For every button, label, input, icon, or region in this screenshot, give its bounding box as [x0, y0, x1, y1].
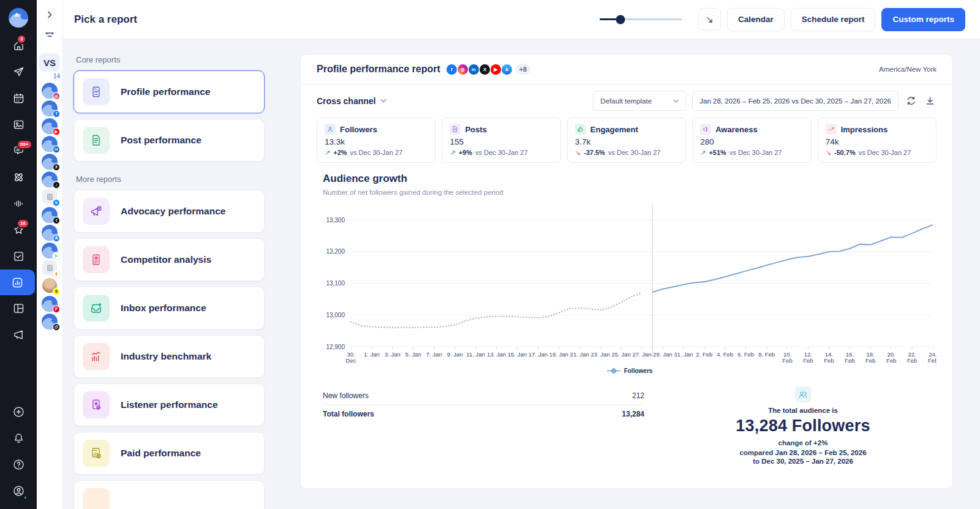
kpi-change: -37.5% [584, 149, 605, 156]
reviews-badge: 16 [17, 219, 29, 228]
download-button[interactable] [924, 94, 937, 107]
schedule-report-button[interactable]: Schedule report [791, 8, 876, 31]
svg-text:25. Jan: 25. Jan [612, 351, 631, 358]
topbar: Pick a report Calendar Schedule report C… [63, 0, 980, 39]
svg-text:19. Jan: 19. Jan [549, 351, 568, 358]
profile-avatar-twitter[interactable]: t [42, 207, 58, 223]
nav-help[interactable] [0, 451, 37, 478]
advocacy-report-icon [83, 198, 110, 225]
atom-icon [12, 171, 25, 184]
svg-text:18.Feb: 18.Feb [865, 351, 875, 364]
profile-count: 14 [39, 73, 60, 80]
posts-icon [450, 124, 461, 135]
kpi-awareness: Awareness 280 ↗ +51% vs Dec 30-Jan 27 [692, 118, 811, 163]
impressions-icon [826, 124, 837, 135]
custom-reports-button[interactable]: Custom reports [881, 8, 965, 31]
summary-to-line: to Dec 30, 2025 – Jan 27, 2026 [753, 458, 853, 465]
nav-advocacy[interactable] [0, 322, 37, 348]
report-card-label: Advocacy performance [121, 206, 225, 217]
report-card-listener-performance[interactable]: Listener performance [74, 383, 265, 426]
profile-avatar-googleplay[interactable]: ▷ [42, 243, 58, 258]
channel-selector[interactable]: Cross channel [317, 96, 386, 106]
profile-avatar-linkedin[interactable]: in [42, 136, 58, 152]
legend-label: Followers [624, 368, 653, 374]
profile-avatar-youtube[interactable]: ▶ [42, 118, 58, 134]
nav-calendar[interactable] [0, 85, 37, 111]
profile-avatar-instagram[interactable]: ◎ [42, 83, 58, 99]
nav-automations[interactable] [0, 164, 37, 190]
summary-change-label: change of [778, 439, 812, 447]
table-row: New followers 212 [323, 386, 644, 405]
summary-change-line: change of +2% [778, 439, 828, 447]
profile-avatar-analytics[interactable]: ▮ [42, 260, 58, 276]
nav-listening[interactable] [0, 190, 37, 217]
legend-item-followers[interactable]: Followers [323, 368, 937, 374]
nav-reviews[interactable]: 16 [0, 217, 37, 243]
nav-dashboards[interactable] [0, 295, 37, 322]
report-card-advocacy-performance[interactable]: Advocacy performance [74, 190, 265, 233]
nav-home[interactable]: 3 [0, 32, 37, 59]
profile-avatar-threads[interactable]: @ [42, 314, 58, 330]
nav-media-library[interactable] [0, 111, 37, 138]
summary-compare-label: compared [739, 449, 773, 456]
nav-account[interactable] [0, 478, 37, 504]
threads-badge-icon: @ [53, 323, 60, 331]
facebook-icon: f [447, 64, 457, 75]
summary-change-value: +2% [813, 439, 827, 447]
filter-icon-button[interactable] [43, 29, 56, 42]
svg-text:13,200: 13,200 [326, 248, 345, 255]
svg-text:17. Jan: 17. Jan [529, 351, 548, 358]
nav-publishing[interactable] [0, 59, 37, 85]
kpi-vs-label: vs Dec 30-Jan 27 [475, 149, 528, 156]
report-card-post-performance[interactable]: Post performance [74, 119, 265, 162]
table-row-value: 13,284 [622, 410, 644, 418]
refresh-button[interactable] [905, 94, 918, 107]
profile-avatar-tiktok[interactable]: ♪ [42, 172, 58, 187]
x-badge-icon: X [53, 164, 60, 171]
nav-tasks[interactable] [0, 243, 37, 270]
report-card-partial[interactable] [74, 480, 265, 509]
svg-text:13,000: 13,000 [326, 312, 345, 319]
kpi-impressions: Impressions 74k ↘ -50.7% vs Dec 30-Jan 2… [818, 118, 937, 163]
profile-avatar-snapchat[interactable]: S [42, 278, 58, 294]
zoom-slider-knob[interactable] [616, 15, 625, 24]
expand-view-button[interactable] [698, 8, 721, 31]
report-card-inbox-performance[interactable]: Inbox performance [74, 287, 265, 330]
shell: Pick a report Calendar Schedule report C… [63, 0, 980, 509]
profile-avatar-appstore[interactable]: A [42, 225, 58, 241]
profile-avatar-x[interactable]: X [42, 154, 58, 170]
zoom-slider[interactable] [600, 18, 682, 20]
chevron-down-icon [380, 99, 386, 103]
date-range-picker[interactable]: Jan 28, 2026 – Feb 25, 2026 vs Dec 30, 2… [692, 91, 899, 111]
report-card-competitor-analysis[interactable]: Competitor analysis [74, 238, 265, 281]
profile-avatar-pinterest[interactable]: P [42, 296, 58, 312]
primary-sidebar: 3 99+ 16 [0, 0, 37, 509]
report-card-paid-performance[interactable]: Paid performance [74, 432, 265, 475]
profile-avatar-bluesky[interactable]: b [42, 189, 58, 205]
send-icon [12, 66, 25, 78]
report-title: Profile performance report [317, 64, 440, 75]
svg-text:22.Feb: 22.Feb [907, 351, 917, 364]
twitter-badge-icon: t [53, 217, 60, 224]
report-card-profile-performance[interactable]: Profile performance [74, 70, 265, 113]
expand-panel-button[interactable] [42, 10, 58, 21]
team-avatar[interactable]: VS [39, 53, 60, 72]
nav-reports[interactable] [0, 270, 35, 295]
calendar-button[interactable]: Calendar [727, 8, 785, 31]
nav-notifications[interactable] [0, 425, 37, 451]
summary-compare-line: compared Jan 28, 2026 – Feb 25, 2026 [739, 449, 866, 456]
facebook-badge-icon: f [53, 110, 60, 118]
kpi-change: -50.7% [834, 149, 856, 156]
svg-text:9. Jan: 9. Jan [447, 351, 463, 358]
youtube-icon: ▶ [491, 64, 501, 75]
followers-icon [325, 124, 336, 135]
svg-text:11. Jan: 11. Jan [466, 351, 484, 358]
report-card-industry-benchmark[interactable]: Industry benchmark [74, 335, 265, 378]
template-select[interactable]: Default template [593, 91, 686, 111]
profile-avatar-facebook[interactable]: f [42, 100, 58, 116]
nav-inbox[interactable]: 99+ [0, 138, 37, 164]
app-logo[interactable] [9, 8, 28, 28]
more-networks-chip[interactable]: +8 [516, 64, 530, 75]
nav-create[interactable] [0, 399, 37, 425]
question-icon [12, 458, 25, 471]
